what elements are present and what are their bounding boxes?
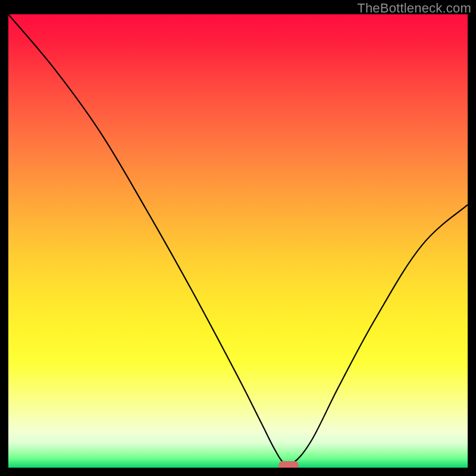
bottleneck-curve	[8, 14, 468, 468]
watermark-text: TheBottleneck.com	[357, 1, 471, 16]
chart-frame: TheBottleneck.com	[0, 0, 476, 476]
curve-path	[8, 14, 468, 466]
plot-area	[8, 14, 468, 468]
optimum-marker	[278, 461, 299, 468]
